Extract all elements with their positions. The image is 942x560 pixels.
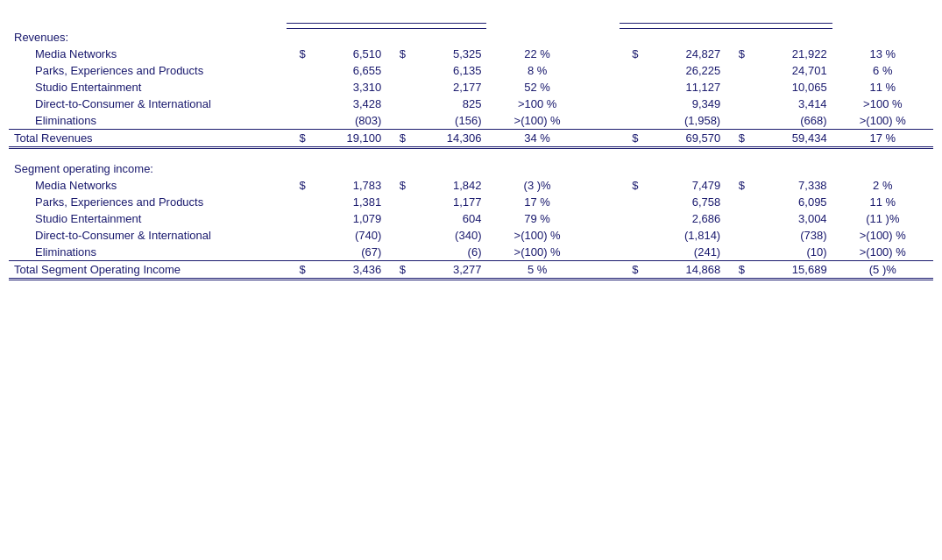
q1-dollar xyxy=(287,112,311,130)
y2-dollar: $ xyxy=(726,177,750,194)
y1-dollar xyxy=(620,227,644,244)
gap-col xyxy=(588,112,620,130)
y2-dollar xyxy=(726,112,750,130)
table-row: Media Networks$6,510$5,32522 %$24,827$21… xyxy=(9,46,933,62)
y2-value: (668) xyxy=(750,112,832,130)
q1-value: (67) xyxy=(311,244,386,261)
total-y2-value: 15,689 xyxy=(750,260,832,279)
q1-dollar xyxy=(287,194,311,210)
gap-col xyxy=(588,210,620,227)
total-gap xyxy=(588,130,620,148)
table-row: Parks, Experiences and Products1,3811,17… xyxy=(9,194,933,210)
y1-value: 11,127 xyxy=(644,79,726,96)
table-row: Media Networks$1,783$1,842(3 )%$7,479$7,… xyxy=(9,177,933,194)
q2-value: 2,177 xyxy=(411,79,486,96)
q-change: 22 % xyxy=(486,46,587,62)
section-label-1: Segment operating income: xyxy=(9,160,933,177)
row-label: Media Networks xyxy=(9,46,287,62)
q2-dollar xyxy=(386,227,411,244)
section-label-0: Revenues: xyxy=(9,29,933,46)
q1-dollar: $ xyxy=(287,177,311,194)
table-row: Eliminations(803)(156)>(100) %(1,958)(66… xyxy=(9,112,933,130)
row-label: Studio Entertainment xyxy=(9,79,287,96)
row-label: Direct-to-Consumer & International xyxy=(9,227,287,244)
financial-table: Revenues:Media Networks$6,510$5,32522 %$… xyxy=(9,18,933,280)
total-y1-value: 69,570 xyxy=(644,130,726,148)
gap-col xyxy=(588,227,620,244)
row-label: Eliminations xyxy=(9,112,287,130)
y1-value: 26,225 xyxy=(644,62,726,79)
y2-value: 21,922 xyxy=(750,46,832,62)
y1-value: 2,686 xyxy=(644,210,726,227)
table-row: Direct-to-Consumer & International(740)(… xyxy=(9,227,933,244)
q-change: 8 % xyxy=(486,62,587,79)
gap-col xyxy=(588,96,620,112)
total-y2-value: 59,434 xyxy=(750,130,832,148)
q2-dollar xyxy=(386,112,411,130)
y1-dollar: $ xyxy=(620,177,644,194)
y1-dollar xyxy=(620,79,644,96)
y-change: 11 % xyxy=(832,194,933,210)
table-row: Studio Entertainment3,3102,17752 %11,127… xyxy=(9,79,933,96)
q-change: >(100) % xyxy=(486,112,587,130)
y1-dollar xyxy=(620,194,644,210)
y2-value: 7,338 xyxy=(750,177,832,194)
y1-dollar xyxy=(620,210,644,227)
q1-value: (740) xyxy=(311,227,386,244)
y2-dollar xyxy=(726,194,750,210)
q-change: (3 )% xyxy=(486,177,587,194)
row-label: Direct-to-Consumer & International xyxy=(9,96,287,112)
total-q2-dollar: $ xyxy=(386,130,411,148)
total-row: Total Segment Operating Income$3,436$3,2… xyxy=(9,260,933,279)
total-y1-dollar: $ xyxy=(620,260,644,279)
q1-dollar: $ xyxy=(287,46,311,62)
q1-value: 3,310 xyxy=(311,79,386,96)
q2-value: (6) xyxy=(411,244,486,261)
y2-dollar xyxy=(726,210,750,227)
y-change: >(100) % xyxy=(832,112,933,130)
row-label: Parks, Experiences and Products xyxy=(9,194,287,210)
gap-col xyxy=(588,244,620,261)
q1-dollar xyxy=(287,210,311,227)
y2-value: (738) xyxy=(750,227,832,244)
table-row: Eliminations(67)(6)>(100) %(241)(10)>(10… xyxy=(9,244,933,261)
y2-dollar: $ xyxy=(726,46,750,62)
y-change: 13 % xyxy=(832,46,933,62)
row-label: Parks, Experiences and Products xyxy=(9,62,287,79)
y2-dollar xyxy=(726,96,750,112)
row-label: Eliminations xyxy=(9,244,287,261)
table-row: Parks, Experiences and Products6,6556,13… xyxy=(9,62,933,79)
q1-dollar xyxy=(287,244,311,261)
y2-dollar xyxy=(726,244,750,261)
q1-value: 3,428 xyxy=(311,96,386,112)
total-q2-dollar: $ xyxy=(386,260,411,279)
q-change: 17 % xyxy=(486,194,587,210)
table-row: Direct-to-Consumer & International3,4288… xyxy=(9,96,933,112)
q1-value: 1,079 xyxy=(311,210,386,227)
q1-dollar xyxy=(287,62,311,79)
y2-value: 3,004 xyxy=(750,210,832,227)
table-row: Studio Entertainment1,07960479 %2,6863,0… xyxy=(9,210,933,227)
y2-value: (10) xyxy=(750,244,832,261)
y2-value: 10,065 xyxy=(750,79,832,96)
y2-value: 24,701 xyxy=(750,62,832,79)
q2-value: 825 xyxy=(411,96,486,112)
q1-value: 1,381 xyxy=(311,194,386,210)
q2-dollar xyxy=(386,62,411,79)
q1-dollar xyxy=(287,96,311,112)
y2-dollar xyxy=(726,227,750,244)
total-row: Total Revenues$19,100$14,30634 %$69,570$… xyxy=(9,130,933,148)
y-change: >100 % xyxy=(832,96,933,112)
q-change: >(100) % xyxy=(486,227,587,244)
total-q2-value: 14,306 xyxy=(411,130,486,148)
q2-dollar xyxy=(386,194,411,210)
y1-value: (1,814) xyxy=(644,227,726,244)
q2-value: 604 xyxy=(411,210,486,227)
total-q-change: 34 % xyxy=(486,130,587,148)
y-change: 11 % xyxy=(832,79,933,96)
gap-col xyxy=(588,62,620,79)
y2-value: 6,095 xyxy=(750,194,832,210)
q2-value: (340) xyxy=(411,227,486,244)
y1-value: (1,958) xyxy=(644,112,726,130)
q2-value: 1,177 xyxy=(411,194,486,210)
